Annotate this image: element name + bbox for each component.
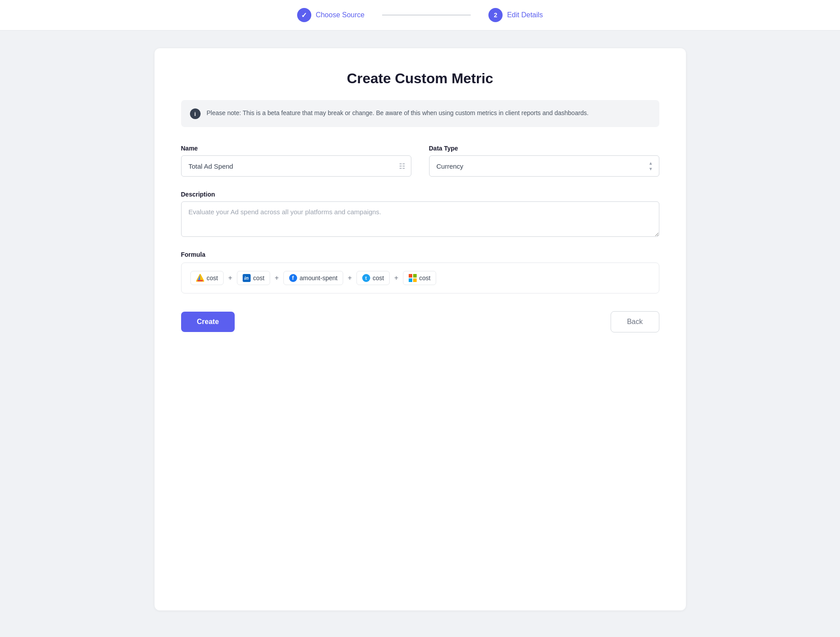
description-label: Description	[181, 191, 659, 198]
step-1-label: Choose Source	[316, 11, 364, 19]
description-textarea[interactable]	[181, 201, 659, 237]
google-ads-icon	[196, 274, 204, 282]
formula-token-linkedin-cost[interactable]: in cost	[237, 271, 271, 285]
microsoft-icon	[409, 274, 417, 282]
stepper-divider	[382, 15, 471, 15]
form-actions: Create Back	[181, 311, 659, 332]
step-1: Choose Source	[279, 8, 382, 22]
name-label: Name	[181, 145, 411, 152]
formula-token-google-cost[interactable]: cost	[190, 271, 224, 285]
twitter-icon: t	[362, 274, 370, 282]
operator-2: +	[270, 274, 283, 282]
form-card: Create Custom Metric i Please note: This…	[155, 48, 686, 610]
step-2-label: Edit Details	[507, 11, 543, 19]
twitter-cost-label: cost	[373, 274, 384, 282]
microsoft-cost-label: cost	[419, 274, 431, 282]
formula-label: Formula	[181, 251, 659, 258]
formula-token-facebook-amount[interactable]: f amount-spent	[283, 271, 344, 285]
formula-box: cost + in cost + f amount-spent + t	[181, 263, 659, 293]
linkedin-cost-label: cost	[253, 274, 265, 282]
page-title: Create Custom Metric	[181, 70, 659, 87]
operator-3: +	[343, 274, 356, 282]
facebook-amount-label: amount-spent	[300, 274, 338, 282]
description-group: Description	[181, 191, 659, 237]
formula-section: Formula cost + in	[181, 251, 659, 293]
data-type-group: Data Type Currency Number Percentage Tex…	[429, 145, 659, 177]
data-type-label: Data Type	[429, 145, 659, 152]
operator-4: +	[390, 274, 403, 282]
step-2-circle: 2	[488, 8, 503, 22]
data-type-select-wrapper: Currency Number Percentage Text ▲ ▼	[429, 155, 659, 177]
name-group: Name ☷	[181, 145, 411, 177]
name-input[interactable]	[181, 155, 411, 177]
info-banner: i Please note: This is a beta feature th…	[181, 100, 659, 127]
info-text: Please note: This is a beta feature that…	[207, 108, 589, 118]
operator-1: +	[224, 274, 236, 282]
formula-token-twitter-cost[interactable]: t cost	[356, 271, 390, 285]
info-icon: i	[190, 108, 201, 119]
formula-token-microsoft-cost[interactable]: cost	[403, 271, 437, 285]
name-datatype-row: Name ☷ Data Type Currency Number Percent…	[181, 145, 659, 177]
back-button[interactable]: Back	[611, 311, 659, 332]
google-cost-label: cost	[207, 274, 218, 282]
create-button[interactable]: Create	[181, 312, 235, 332]
name-input-wrapper: ☷	[181, 155, 411, 177]
step-1-circle	[297, 8, 311, 22]
description-row: Description	[181, 191, 659, 237]
data-type-select[interactable]: Currency Number Percentage Text	[429, 155, 659, 177]
linkedin-icon: in	[243, 274, 251, 282]
facebook-icon: f	[289, 274, 297, 282]
main-content: Create Custom Metric i Please note: This…	[0, 31, 840, 637]
step-2: 2 Edit Details	[471, 8, 561, 22]
stepper-bar: Choose Source 2 Edit Details	[0, 0, 840, 31]
